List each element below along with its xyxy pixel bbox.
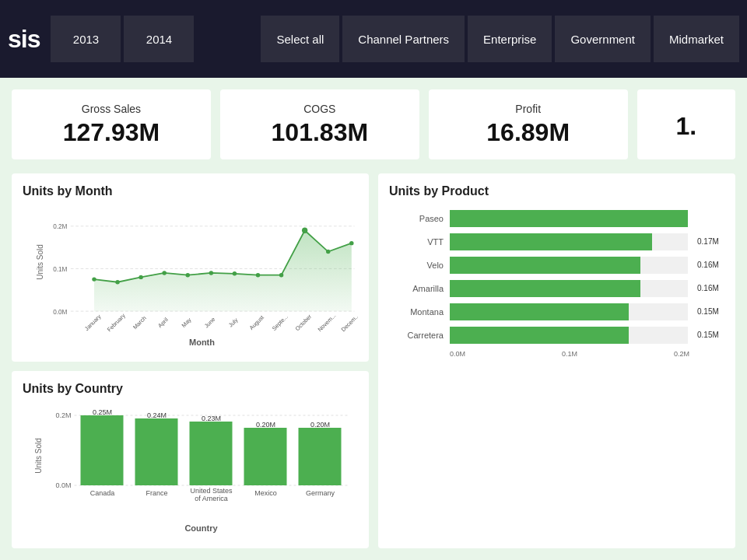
svg-point-17 [326,249,330,253]
units-by-month-y-label: Units Sold [36,244,44,280]
hbar-montana: Montana 0.15M [397,303,724,320]
logo: sis [8,25,40,54]
units-by-country-x-label: Country [44,523,358,533]
svg-text:0.1M: 0.1M [53,266,67,273]
svg-marker-6 [94,230,352,311]
kpi-extra-value: 1. [653,112,720,141]
kpi-extra-card: 1. [637,89,735,159]
hbar-tick-2: 0.2M [674,350,689,358]
svg-text:0.20M: 0.20M [256,421,275,429]
svg-text:February: February [106,312,127,333]
btn-enterprise[interactable]: Enterprise [468,16,552,62]
hbar-vtt-label: VTT [397,237,444,247]
svg-point-18 [349,241,353,245]
hbar-paseo-fill [450,210,688,227]
hbar-velo-bg [450,257,688,274]
hbar-x-axis: 0.0M 0.1M 0.2M [450,350,724,358]
svg-text:0.24M: 0.24M [147,411,167,419]
svg-point-7 [92,277,96,281]
svg-point-14 [256,273,260,277]
hbar-paseo-bg [450,210,688,227]
svg-text:0.0M: 0.0M [53,308,67,315]
hbar-velo-fill [450,257,640,274]
btn-government[interactable]: Government [555,16,651,62]
kpi-profit-label: Profit [444,103,612,115]
hbar-carretera-fill [450,327,629,344]
svg-text:August: August [248,313,265,331]
kpi-row: Gross Sales 127.93M COGS 101.83M Profit … [12,89,735,159]
hbar-carretera-bg [450,327,688,344]
svg-text:Decem...: Decem... [340,312,358,333]
svg-text:0.0M: 0.0M [55,481,71,489]
svg-text:of America: of America [195,495,228,502]
svg-text:October: October [294,313,314,332]
hbar-carretera: Carretera 0.15M [397,327,724,344]
svg-text:March: March [132,314,148,331]
units-by-month-title: Units by Month [23,184,358,198]
svg-text:July: July [227,316,240,328]
hbar-velo-value: 0.16M [697,261,724,269]
svg-text:Canada: Canada [90,489,115,497]
hbar-velo-label: Velo [397,261,444,270]
hbar-amarilla-value: 0.16M [697,284,724,292]
svg-text:Septe...: Septe... [271,313,289,331]
kpi-gross-sales-label: Gross Sales [27,103,195,115]
svg-point-8 [115,280,119,284]
hbar-vtt-bg [450,233,688,250]
main-content: Gross Sales 127.93M COGS 101.83M Profit … [0,78,747,560]
svg-point-13 [233,271,237,275]
svg-point-16 [302,227,307,233]
units-by-product-title: Units by Product [389,184,724,198]
svg-point-15 [279,273,283,277]
units-by-country-chart: 0.2M 0.0M 0.25M 0.24M 0.23M 0.20M 0.20M [44,404,358,520]
kpi-cogs-value: 101.83M [236,118,404,147]
hbar-amarilla-bg [450,280,688,297]
svg-text:April: April [156,316,170,329]
svg-text:June: June [203,316,217,330]
svg-text:May: May [180,316,192,328]
hbar-carretera-label: Carretera [397,331,444,340]
hbar-tick-1: 0.1M [562,350,577,358]
svg-text:Germany: Germany [306,489,335,497]
hbar-vtt-value: 0.17M [697,237,724,246]
units-by-country-title: Units by Country [23,382,358,396]
svg-rect-38 [135,418,178,485]
btn-2013[interactable]: 2013 [51,16,121,62]
svg-text:January: January [83,313,103,332]
kpi-gross-sales-value: 127.93M [27,118,195,147]
svg-point-9 [139,275,142,278]
units-by-month-x-label: Month [46,338,358,347]
hbar-paseo: Paseo [397,210,724,227]
units-by-product-panel: Units by Product Paseo VTT 0.17M Velo [378,173,735,548]
hbar-montana-label: Montana [397,307,444,317]
svg-point-10 [162,271,166,275]
kpi-profit-value: 16.89M [444,118,612,147]
hbar-velo: Velo 0.16M [397,257,724,274]
hbar-carretera-value: 0.15M [697,331,724,339]
btn-midmarket[interactable]: Midmarket [654,16,739,62]
kpi-profit-card: Profit 16.89M [429,89,628,159]
svg-rect-42 [244,428,287,485]
kpi-cogs-label: COGS [236,103,404,115]
units-by-country-panel: Units by Country Units Sold 0.2M 0.0M 0.… [12,371,369,548]
svg-rect-36 [81,415,124,485]
hbar-paseo-label: Paseo [397,214,444,223]
svg-text:Novem...: Novem... [316,312,337,333]
units-by-month-chart: 0.2M 0.1M 0.0M [46,206,358,338]
svg-text:0.2M: 0.2M [53,223,67,230]
svg-text:0.20M: 0.20M [310,421,330,429]
hbar-amarilla: Amarilla 0.16M [397,280,724,297]
btn-channel-partners[interactable]: Channel Partners [342,16,465,62]
hbar-montana-fill [450,303,629,320]
kpi-cogs-card: COGS 101.83M [220,89,419,159]
hbar-amarilla-fill [450,280,640,297]
header: sis 2013 2014 Select all Channel Partner… [0,0,747,78]
btn-select-all[interactable]: Select all [261,16,339,62]
units-by-country-y-label: Units Sold [34,438,43,474]
svg-text:France: France [146,489,167,497]
kpi-gross-sales-card: Gross Sales 127.93M [12,89,211,159]
btn-2014[interactable]: 2014 [124,16,194,62]
svg-rect-40 [190,422,233,485]
hbar-amarilla-label: Amarilla [397,284,444,293]
hbar-vtt: VTT 0.17M [397,233,724,250]
